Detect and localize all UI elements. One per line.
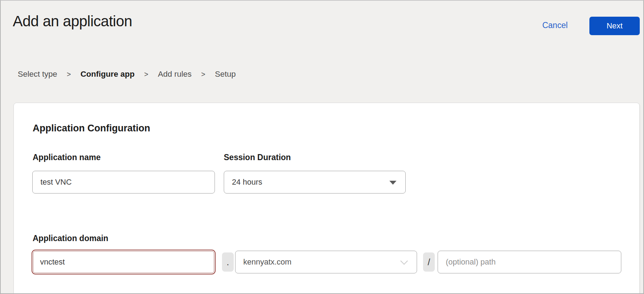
domain-value: kennyatx.com <box>243 257 292 267</box>
subdomain-field-ring <box>32 250 216 274</box>
breadcrumb-separator: > <box>67 70 71 78</box>
breadcrumb-separator: > <box>144 70 149 78</box>
chevron-down-icon <box>400 257 408 265</box>
domain-select[interactable]: kennyatx.com <box>235 251 417 273</box>
step-add-rules[interactable]: Add rules <box>158 70 191 79</box>
breadcrumb-separator: > <box>201 70 205 78</box>
session-duration-select[interactable]: 24 hours <box>224 171 406 194</box>
step-select-type[interactable]: Select type <box>18 70 57 79</box>
application-name-label: Application name <box>33 153 101 162</box>
cancel-button[interactable]: Cancel <box>535 21 574 30</box>
dropdown-arrow-icon <box>389 181 396 185</box>
slash-separator: / <box>423 252 435 272</box>
add-application-page: Add an application Cancel Next Select ty… <box>0 0 644 294</box>
page-title: Add an application <box>13 13 132 30</box>
session-duration-value: 24 hours <box>232 178 262 187</box>
configuration-card: Application Configuration Application na… <box>13 103 640 294</box>
section-title: Application Configuration <box>33 123 150 134</box>
application-domain-label: Application domain <box>33 234 108 243</box>
step-setup[interactable]: Setup <box>215 70 236 79</box>
application-name-input[interactable] <box>32 171 215 194</box>
session-duration-label: Session Duration <box>224 153 291 162</box>
step-configure-app[interactable]: Configure app <box>80 70 135 79</box>
subdomain-input[interactable] <box>33 251 214 273</box>
dot-separator: . <box>222 252 234 272</box>
breadcrumb: Select type > Configure app > Add rules … <box>18 70 236 79</box>
next-button[interactable]: Next <box>589 17 640 35</box>
path-input[interactable] <box>438 251 621 273</box>
